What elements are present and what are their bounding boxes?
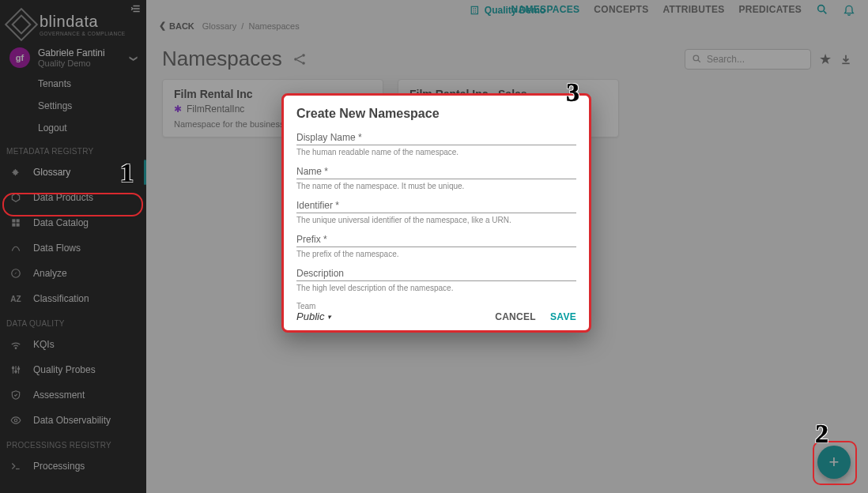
- team-value: Public: [296, 310, 324, 322]
- field-help: The high level description of the namesp…: [296, 284, 576, 292]
- create-namespace-modal: Create New Namespace Display Name * The …: [281, 93, 591, 333]
- field-help: The name of the namespace. It must be un…: [296, 182, 576, 190]
- field-identifier[interactable]: Identifier *: [296, 200, 576, 213]
- field-prefix[interactable]: Prefix *: [296, 234, 576, 247]
- cancel-button[interactable]: CANCEL: [495, 311, 536, 322]
- field-help: The unique universal identifier of the n…: [296, 216, 576, 224]
- save-button[interactable]: SAVE: [550, 311, 576, 322]
- team-select[interactable]: Public ▾: [296, 310, 331, 322]
- field-description[interactable]: Description: [296, 268, 576, 281]
- field-help: The prefix of the namespace.: [296, 250, 576, 258]
- field-help: The human readable name of the namespace…: [296, 148, 576, 156]
- team-caption: Team: [296, 302, 331, 310]
- modal-title: Create New Namespace: [296, 107, 576, 121]
- field-display-name[interactable]: Display Name *: [296, 132, 576, 145]
- caret-down-icon: ▾: [327, 313, 331, 321]
- field-name[interactable]: Name *: [296, 166, 576, 179]
